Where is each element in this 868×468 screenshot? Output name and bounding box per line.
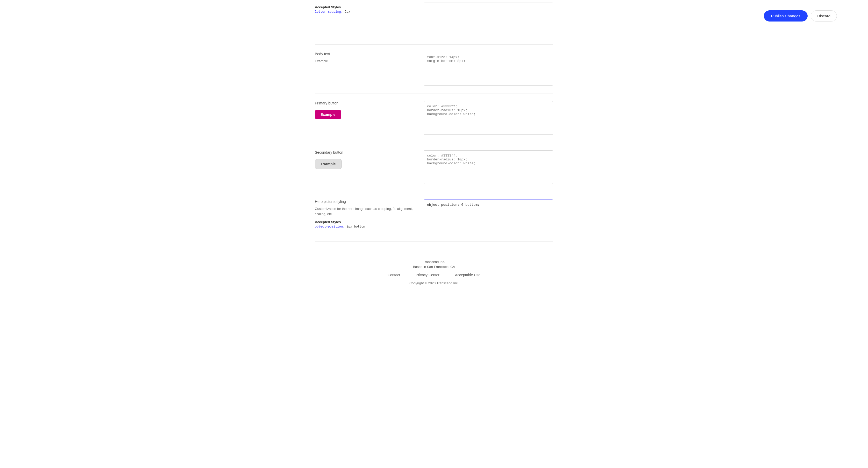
footer-link-privacy[interactable]: Privacy Center [415,273,439,277]
top-actions: Publish Changes Discard [764,10,837,22]
page-wrapper: Publish Changes Discard Accepted Styles … [0,0,868,468]
accepted-styles-top-row: Accepted Styles letter-spacing: 2px [315,0,553,44]
hero-prop-val: 0px bottom [346,225,365,228]
hero-accepted-styles-value: object-position: 0px bottom [315,225,413,228]
footer: Transcend Inc. Based in San Francisco, C… [315,252,553,290]
hero-prop-name: object-position: [315,225,345,228]
hero-picture-textarea[interactable]: object-position: 0 bottom; [424,199,553,233]
primary-button-left: Primary button Example [315,101,413,119]
secondary-button-left: Secondary button Example [315,150,413,169]
body-text-right [424,52,553,86]
accepted-styles-top-textarea[interactable] [424,3,553,36]
body-text-left: Body text Example [315,52,413,64]
prop-name-letterspacing: letter-spacing: [315,10,343,14]
hero-accepted-styles-heading: Accepted Styles [315,220,413,224]
footer-company: Transcend Inc. [315,260,553,264]
hero-picture-description: Customization for the hero image such as… [315,206,413,216]
hero-picture-left: Hero picture styling Customization for t… [315,199,413,228]
primary-button-row: Primary button Example [315,94,553,143]
accepted-styles-top-left: Accepted Styles letter-spacing: 2px [315,3,413,14]
body-text-example: Example [315,59,413,64]
secondary-button-example[interactable]: Example [315,159,342,169]
main-content: Accepted Styles letter-spacing: 2px Body… [305,0,563,306]
hero-picture-right: object-position: 0 bottom; [424,199,553,234]
accepted-styles-value-top: letter-spacing: 2px [315,10,413,14]
prop-val-letterspacing: 2px [345,10,350,14]
footer-location: Based in San Francisco, CA [315,265,553,269]
discard-button[interactable]: Discard [811,10,837,22]
secondary-button-label: Secondary button [315,150,413,154]
body-text-textarea[interactable] [424,52,553,86]
body-text-label: Body text [315,52,413,56]
secondary-button-row: Secondary button Example [315,143,553,192]
footer-links: Contact Privacy Center Acceptable Use [315,273,553,277]
accepted-styles-heading: Accepted Styles [315,5,413,9]
hero-picture-row: Hero picture styling Customization for t… [315,192,553,242]
publish-changes-button[interactable]: Publish Changes [764,10,808,22]
primary-button-textarea[interactable] [424,101,553,135]
primary-button-right [424,101,553,135]
footer-copyright: Copyright © 2020 Transcend Inc. [315,281,553,285]
primary-button-label: Primary button [315,101,413,105]
hero-picture-label: Hero picture styling [315,199,413,204]
body-text-row: Body text Example [315,44,553,94]
accepted-styles-top-right [424,3,553,37]
secondary-button-textarea[interactable] [424,150,553,184]
secondary-button-right [424,150,553,185]
footer-link-contact[interactable]: Contact [388,273,400,277]
primary-button-example[interactable]: Example [315,110,341,119]
footer-link-acceptable-use[interactable]: Acceptable Use [455,273,480,277]
